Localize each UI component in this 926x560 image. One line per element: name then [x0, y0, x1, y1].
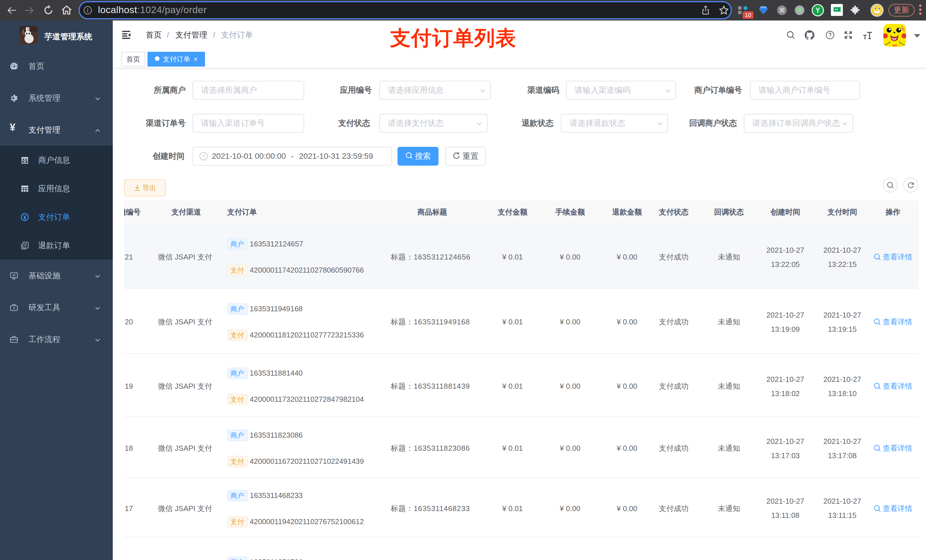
svg-text:⌘: ⌘ — [779, 7, 785, 14]
